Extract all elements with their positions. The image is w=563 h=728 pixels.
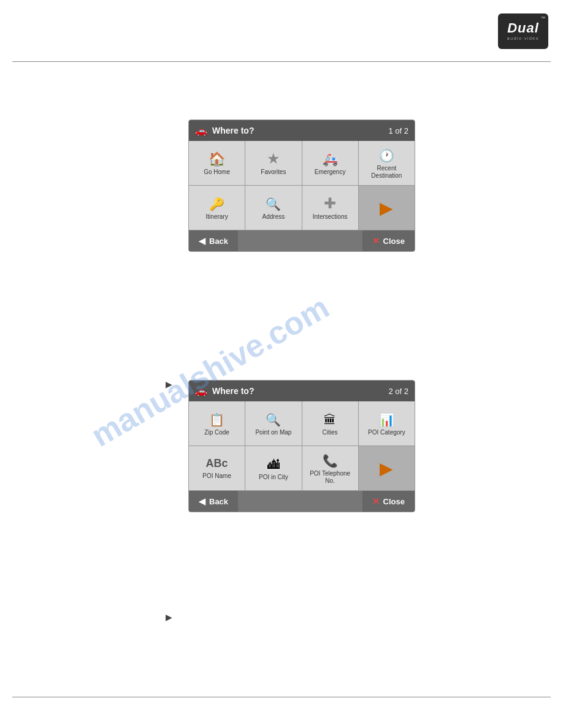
emergency-label: Emergency (315, 169, 346, 176)
panel-1-footer: ◀ Back ✕ Close (189, 230, 415, 251)
intersections-label: Intersections (313, 213, 348, 221)
recent-destination-label: Recent Destination (361, 165, 412, 180)
back-button-2[interactable]: ◀ Back (189, 491, 238, 512)
recent-destination-button[interactable]: Recent Destination (359, 141, 415, 185)
panel-1: 🚗 Where to? 1 of 2 Go Home Favorites Eme… (188, 119, 415, 252)
itinerary-icon (209, 195, 224, 211)
panel-2-page: 2 of 2 (388, 387, 408, 396)
bullet-arrow-1 (163, 378, 175, 390)
panel-2-title: Where to? (212, 386, 254, 396)
bullet-arrow-2 (163, 611, 175, 623)
logo-area: ™ Dual audio·video (496, 11, 551, 51)
trademark-symbol: ™ (541, 16, 545, 20)
panel-1-header: 🚗 Where to? 1 of 2 (189, 120, 415, 141)
close-button-2[interactable]: ✕ Close (362, 491, 415, 512)
go-home-label: Go Home (204, 169, 230, 176)
itinerary-button[interactable]: Itinerary (189, 186, 245, 230)
car-icon-2: 🚗 (195, 385, 207, 397)
back-label-2: Back (209, 497, 228, 506)
poi-category-icon (379, 411, 394, 427)
star-icon (267, 150, 280, 166)
address-icon (266, 195, 281, 211)
panel-2-header: 🚗 Where to? 2 of 2 (189, 381, 415, 401)
cities-button[interactable]: Cities (302, 401, 358, 446)
top-divider (12, 61, 551, 62)
car-icon: 🚗 (195, 125, 207, 137)
poi-in-city-button[interactable]: POI in City (245, 446, 301, 490)
panel-2-header-left: 🚗 Where to? (195, 385, 254, 397)
panel-2: 🚗 Where to? 2 of 2 Zip Code Point on Map… (188, 380, 415, 512)
zip-code-label: Zip Code (204, 429, 229, 436)
back-button-1[interactable]: ◀ Back (189, 230, 238, 251)
zip-code-button[interactable]: Zip Code (189, 401, 245, 446)
poi-city-icon (267, 455, 280, 471)
poi-name-icon: ABc (206, 457, 228, 470)
poi-category-button[interactable]: POI Category (359, 401, 415, 446)
close-label-1: Close (383, 237, 405, 246)
favorites-label: Favorites (261, 169, 286, 176)
intersection-icon (324, 195, 336, 211)
back-arrow-icon: ◀ (199, 236, 205, 246)
close-button-1[interactable]: ✕ Close (362, 230, 415, 251)
point-on-map-label: Point on Map (255, 429, 291, 436)
brand-tagline: audio·video (507, 36, 539, 40)
bottom-divider (12, 697, 551, 697)
panel-1-page: 1 of 2 (388, 126, 408, 135)
right-arrow-icon-2: ▶ (380, 458, 393, 479)
recent-icon (379, 146, 394, 162)
next-page-button-1[interactable]: ▶ (359, 186, 415, 230)
poi-telephone-label: POI Telephone No. (305, 470, 356, 485)
panel-1-header-left: 🚗 Where to? (195, 125, 254, 137)
poi-tel-icon (323, 452, 338, 468)
poi-category-label: POI Category (368, 429, 405, 436)
cities-label: Cities (323, 429, 338, 436)
map-icon (266, 411, 281, 427)
intersections-button[interactable]: Intersections (302, 186, 358, 230)
panel-2-grid: Zip Code Point on Map Cities POI Categor… (189, 401, 415, 491)
itinerary-label: Itinerary (206, 213, 228, 221)
poi-in-city-label: POI in City (259, 474, 288, 481)
poi-name-button[interactable]: ABc POI Name (189, 446, 245, 490)
address-button[interactable]: Address (245, 186, 301, 230)
cities-icon (324, 411, 336, 427)
emergency-button[interactable]: Emergency (302, 141, 358, 185)
next-page-button-2[interactable]: ▶ (359, 446, 415, 490)
home-icon (209, 150, 225, 166)
point-on-map-button[interactable]: Point on Map (245, 401, 301, 446)
right-arrow-icon: ▶ (380, 198, 393, 218)
panel-1-title: Where to? (212, 126, 254, 135)
poi-name-label: POI Name (202, 472, 231, 480)
emergency-icon (323, 150, 338, 166)
close-label-2: Close (383, 497, 405, 506)
favorites-button[interactable]: Favorites (245, 141, 301, 185)
back-arrow-icon-2: ◀ (199, 496, 205, 506)
poi-telephone-button[interactable]: POI Telephone No. (302, 446, 358, 490)
close-x-icon-1: ✕ (372, 236, 380, 246)
go-home-button[interactable]: Go Home (189, 141, 245, 185)
panel-2-footer: ◀ Back ✕ Close (189, 491, 415, 512)
zip-icon (209, 411, 224, 427)
dual-logo: ™ Dual audio·video (498, 13, 548, 49)
close-x-icon-2: ✕ (372, 496, 380, 506)
panel-1-grid: Go Home Favorites Emergency Recent Desti… (189, 141, 415, 230)
address-label: Address (262, 213, 285, 221)
back-label-1: Back (209, 237, 228, 246)
brand-name: Dual (507, 21, 539, 35)
